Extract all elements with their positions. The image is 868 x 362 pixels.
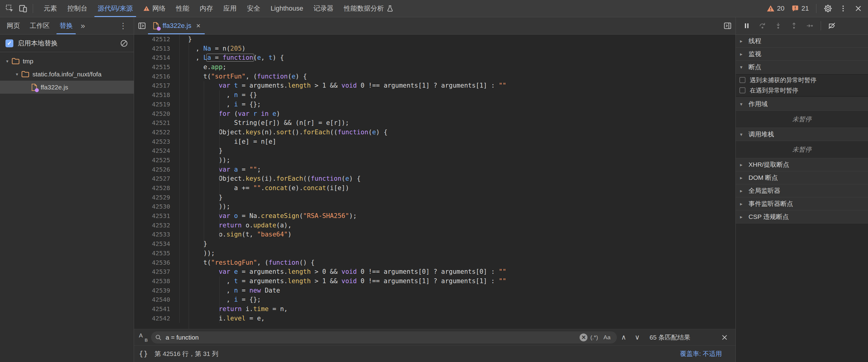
line-number[interactable]: 42526 (134, 165, 180, 174)
code-line-content[interactable]: a += "".concat(e).concat(i[e]) (180, 184, 349, 193)
line-number[interactable]: 42517 (134, 81, 180, 90)
line-number[interactable]: 42539 (134, 286, 180, 295)
code-line-content[interactable]: t("sortFun", (function(e) { (180, 72, 307, 81)
line-number[interactable]: 42529 (134, 193, 180, 202)
line-number[interactable]: 42524 (134, 146, 180, 156)
line-number[interactable]: 42515 (134, 62, 180, 72)
settings-button[interactable] (821, 2, 835, 15)
checkbox-unchecked[interactable] (739, 87, 745, 93)
code-line-content[interactable]: )); (180, 202, 230, 211)
editor-tab-ffa322e[interactable]: ffa322e.js × (148, 17, 205, 34)
code-line-content[interactable]: , La = function(e, t) { (180, 53, 284, 62)
code-line-content[interactable]: for (var r in e) (180, 109, 280, 119)
tab-lighthouse[interactable]: Lighthouse (266, 0, 308, 17)
find-replace-icon[interactable]: AB (138, 332, 149, 342)
line-number[interactable]: 42521 (134, 118, 180, 128)
clear-search-icon[interactable]: ✕ (580, 333, 587, 341)
line-number[interactable]: 42537 (134, 267, 180, 276)
tree-item-tmp[interactable]: ▾tmp (0, 55, 134, 68)
section-header-call-stack[interactable]: ▾调用堆栈 (736, 128, 868, 141)
line-number[interactable]: 42532 (134, 221, 180, 230)
match-case-toggle[interactable]: Aa (601, 334, 613, 341)
code-line-content[interactable]: , Na = n(205) (180, 44, 246, 53)
tab-elements[interactable]: 元素 (38, 0, 62, 17)
code-line-content[interactable]: var e = arguments.length > 0 && void 0 !… (180, 267, 506, 276)
code-line-content[interactable]: , i = {}; (180, 295, 261, 304)
device-toolbar-button[interactable] (17, 2, 30, 15)
next-match-button[interactable]: ∨ (630, 333, 644, 341)
line-number[interactable]: 42535 (134, 249, 180, 258)
code-line-content[interactable]: } (180, 193, 223, 202)
tab-performance-insights[interactable]: 性能数据分析 (339, 0, 399, 17)
navigator-kebab-icon[interactable]: ⋮ (114, 17, 132, 34)
checkbox-unchecked[interactable] (739, 77, 745, 83)
code-line-content[interactable]: , n = {} (180, 90, 257, 100)
line-number[interactable]: 42533 (134, 230, 180, 239)
code-line-content[interactable]: String(e[r]) && (n[r] = e[r]); (180, 118, 349, 128)
step-button[interactable] (802, 19, 818, 32)
previous-match-button[interactable]: ∧ (617, 333, 630, 341)
line-number[interactable]: 42522 (134, 128, 180, 137)
code-line-content[interactable]: , n = new Date (180, 286, 280, 295)
more-tabs-icon[interactable]: » (78, 17, 88, 34)
code-line-content[interactable]: t("restLogFun", (function() { (180, 258, 314, 267)
section-header-global-listeners[interactable]: ▸全局监听器 (736, 184, 868, 197)
regex-toggle[interactable]: (.*) (587, 334, 600, 341)
code-line-content[interactable]: var t = arguments.length > 1 && void 0 !… (180, 81, 506, 90)
line-number[interactable]: 42518 (134, 90, 180, 100)
line-number[interactable]: 42512 (134, 35, 180, 44)
errors-badge[interactable]: 21 (789, 5, 811, 12)
section-header-dom-breakpoints[interactable]: ▸DOM 断点 (736, 171, 868, 184)
close-search-icon[interactable] (718, 334, 731, 341)
line-number[interactable]: 42525 (134, 156, 180, 165)
search-input[interactable] (165, 334, 580, 341)
code-line-content[interactable]: } (180, 146, 223, 156)
code-line-content[interactable]: i.level = e, (180, 314, 265, 323)
toggle-navigator-button[interactable] (136, 17, 148, 34)
line-number[interactable]: 42514 (134, 53, 180, 62)
tab-console[interactable]: 控制台 (62, 0, 93, 17)
deactivate-breakpoints-button[interactable] (824, 19, 840, 32)
pretty-print-icon[interactable]: {} (139, 350, 149, 358)
line-number[interactable]: 42519 (134, 100, 180, 109)
code-line-content[interactable]: , i = {}; (180, 100, 261, 109)
code-line-content[interactable]: , t = arguments.length > 1 && void 0 !==… (180, 276, 506, 286)
tab-memory[interactable]: 内存 (194, 0, 218, 17)
code-line-content[interactable]: } (180, 35, 192, 44)
tab-application[interactable]: 应用 (218, 0, 242, 17)
section-header-watch[interactable]: ▸监视 (736, 47, 868, 61)
line-number[interactable]: 42542 (134, 314, 180, 323)
chevron-down-icon[interactable]: ▾ (4, 59, 11, 64)
clear-overrides-icon[interactable] (120, 39, 128, 47)
tab-performance[interactable]: 性能 (171, 0, 194, 17)
code-line-content[interactable]: e.app; (180, 62, 226, 72)
code-line-content[interactable]: Object.keys(n).sort().forEach((function(… (180, 128, 388, 137)
code-line-content[interactable]: o.sign(t, "base64") (180, 230, 291, 239)
line-number[interactable]: 42523 (134, 137, 180, 146)
tree-item-static-fofa-info-nuxt-fofa[interactable]: ▾static.fofa.info/_nuxt/fofa (0, 68, 134, 80)
tab-security[interactable]: 安全 (242, 0, 266, 17)
code-line-content[interactable]: i[e] = n[e] (180, 137, 276, 146)
step-into-button[interactable] (770, 19, 786, 32)
section-header-xhr-breakpoints[interactable]: ▸XHR/提取断点 (736, 158, 868, 171)
step-over-button[interactable] (754, 19, 770, 32)
line-number[interactable]: 42541 (134, 304, 180, 314)
close-tab-icon[interactable]: × (196, 22, 200, 30)
code-line-content[interactable]: return o.update(a), (180, 221, 291, 230)
section-header-breakpoints[interactable]: ▾断点 (736, 61, 868, 74)
line-number[interactable]: 42536 (134, 258, 180, 267)
inspect-element-button[interactable] (3, 2, 17, 15)
tab-recorder[interactable]: 记录器 (308, 0, 339, 17)
navigator-tab-workspace[interactable]: 工作区 (25, 17, 55, 34)
line-number[interactable]: 42530 (134, 202, 180, 211)
line-number[interactable]: 42527 (134, 174, 180, 184)
code-editor[interactable]: 42512}42513 , Na = n(205)42514 , La = fu… (134, 35, 736, 329)
line-number[interactable]: 42516 (134, 72, 180, 81)
tab-network[interactable]: 网络 (138, 0, 171, 17)
navigator-tab-page[interactable]: 网页 (2, 17, 25, 34)
line-number[interactable]: 42540 (134, 295, 180, 304)
line-number[interactable]: 42528 (134, 184, 180, 193)
code-line-content[interactable]: var a = ""; (180, 165, 261, 174)
more-options-button[interactable] (836, 2, 850, 15)
code-line-content[interactable]: )); (180, 156, 230, 165)
